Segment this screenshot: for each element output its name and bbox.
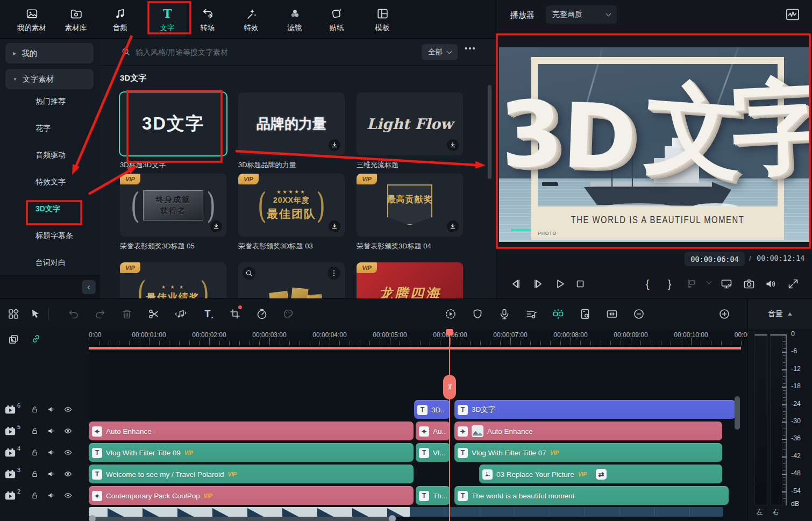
tab-filters[interactable]: 滤镜	[275, 3, 314, 37]
split-scissors-icon[interactable]	[147, 308, 160, 320]
add-text-icon[interactable]: T	[202, 308, 215, 320]
sidebar-item-4[interactable]: 特效文字	[35, 177, 66, 187]
sidebar-item-3[interactable]: 音频驱动	[35, 151, 66, 160]
template-card-award-03[interactable]: VIP ( ★★★★★ 20XX年度 最佳团队 )	[238, 174, 345, 237]
delete-icon[interactable]	[120, 308, 133, 320]
template-card-best-performance[interactable]: VIP ( ★ ★ ★ 最佳业绩奖 )	[120, 262, 226, 298]
zoom-in-icon[interactable]	[718, 308, 731, 320]
sidebar-item-6[interactable]: 标题字幕条	[35, 231, 73, 241]
voiceover-mic-icon[interactable]	[498, 308, 511, 320]
timeline-clip[interactable]: TTh...	[416, 486, 450, 505]
visibility-icon[interactable]	[63, 426, 73, 436]
sidebar-item-1[interactable]: 热门推荐	[35, 97, 66, 106]
volume-panel-header[interactable]: 音量	[747, 298, 812, 329]
tab-stickers[interactable]: 贴纸	[317, 3, 356, 37]
search-input[interactable]	[136, 44, 367, 60]
tab-audio[interactable]: 音频	[101, 3, 139, 37]
previous-frame-icon[interactable]	[509, 277, 522, 290]
snapshot-icon[interactable]	[743, 277, 756, 290]
screen-record-icon[interactable]	[579, 308, 592, 320]
mark-flag-icon[interactable]	[471, 308, 484, 320]
redo-icon[interactable]	[94, 308, 106, 320]
collapse-sidebar-button[interactable]: ‹	[82, 280, 96, 294]
tab-templates[interactable]: 模板	[363, 3, 402, 37]
sidebar-item-7[interactable]: 台词对白	[35, 258, 66, 268]
lock-icon[interactable]	[30, 491, 39, 500]
timeline-clip[interactable]: TThe world is a beautiful moment	[454, 486, 729, 505]
template-card-3d-blocks[interactable]	[238, 262, 345, 298]
timeline-clip[interactable]: ✦Auto Enhance	[89, 422, 414, 440]
visibility-icon[interactable]	[63, 405, 73, 414]
filter-dropdown[interactable]: 全部	[422, 44, 458, 60]
timeline-clip[interactable]: ✦Au..	[416, 422, 450, 440]
quality-dropdown[interactable]: 完整画质	[546, 5, 617, 24]
fit-timeline-icon[interactable]	[606, 308, 618, 320]
render-preview-icon[interactable]	[444, 308, 457, 320]
select-tool-icon[interactable]	[29, 308, 42, 320]
smart-split-icon[interactable]	[552, 308, 565, 320]
mark-out-brace[interactable]: }	[663, 277, 676, 290]
tab-my-media[interactable]: 我的素材	[12, 3, 51, 37]
lock-icon[interactable]	[30, 405, 39, 414]
timeline-h-scrollbar[interactable]	[89, 517, 396, 521]
speed-icon[interactable]	[255, 308, 268, 320]
zoom-out-icon[interactable]	[632, 308, 645, 320]
timeline-ruler[interactable]: 00:00:0000:00:01:0000:00:02:0000:00:03:0…	[89, 329, 747, 349]
timeline-clip[interactable]: TVlog With Filter Title 07VIP	[454, 443, 722, 462]
sidebar-item-5[interactable]: 3D文字	[35, 204, 60, 214]
card-menu-icon[interactable]	[327, 267, 340, 280]
video-frame[interactable]: THE WORLD IS A BEAUTIFUL MOMENT PHOTO 3D…	[499, 47, 810, 242]
template-card-3d-text[interactable]: 3D文字	[120, 92, 226, 155]
crop-icon[interactable]	[229, 308, 241, 320]
beat-detect-icon[interactable]	[174, 308, 187, 320]
template-card-brand-power[interactable]: 品牌的力量	[238, 92, 345, 155]
mark-in-brace[interactable]: {	[641, 277, 654, 290]
zoom-range-grip-right[interactable]	[389, 515, 396, 521]
mute-icon[interactable]	[47, 426, 56, 436]
timeline-clip[interactable]: ✦Contemporary Pack CoolPopVIP	[89, 486, 414, 505]
tab-effects[interactable]: 特效	[232, 3, 270, 37]
download-icon[interactable]	[447, 139, 459, 151]
lock-icon[interactable]	[30, 469, 39, 479]
layout-tracks-icon[interactable]	[7, 308, 20, 320]
timeline-clip[interactable]: 03 Replace Your PictureVIP⇄	[479, 465, 722, 483]
scopes-icon[interactable]	[785, 7, 800, 21]
preview-zoom-icon[interactable]	[243, 267, 255, 280]
lock-icon[interactable]	[30, 448, 39, 457]
download-icon[interactable]	[210, 220, 222, 232]
mute-icon[interactable]	[764, 277, 777, 290]
marker-chevron[interactable]	[702, 277, 715, 290]
stop-icon[interactable]	[574, 277, 587, 290]
lock-icon[interactable]	[30, 426, 39, 436]
library-scrollbar[interactable]	[488, 85, 492, 179]
color-palette-icon[interactable]	[282, 308, 295, 320]
sidebar-group-text-assets[interactable]: ▼ 文字素材	[5, 69, 94, 89]
tab-text[interactable]: T文字	[148, 3, 187, 37]
tab-stock-media[interactable]: 素材库	[56, 3, 95, 37]
timeline-clip[interactable]: T3D文字	[454, 400, 736, 419]
marker-icon[interactable]	[685, 277, 697, 290]
visibility-icon[interactable]	[63, 491, 73, 500]
timeline-clip[interactable]: TWelcome to see my / Travel PolaroidVIP	[89, 465, 414, 483]
mirror-display-icon[interactable]	[720, 277, 733, 290]
template-card-dragon[interactable]: VIP 龙腾四海	[357, 262, 463, 298]
mute-icon[interactable]	[47, 405, 56, 414]
timeline-clip[interactable]: TVl...	[416, 443, 450, 462]
more-options-button[interactable]: •••	[465, 44, 476, 53]
undo-icon[interactable]	[67, 308, 80, 320]
mixer-icon[interactable]	[525, 308, 538, 320]
sidebar-group-my[interactable]: ▶ 我的	[5, 43, 94, 63]
download-icon[interactable]	[447, 220, 459, 232]
template-card-award-04[interactable]: VIP 最高贡献奖	[357, 174, 463, 237]
tab-transition[interactable]: 转场	[188, 3, 227, 37]
mute-icon[interactable]	[47, 469, 56, 479]
playhead-cap[interactable]	[446, 329, 453, 336]
playhead-split-button[interactable]: ✂	[443, 375, 456, 399]
timeline-clip[interactable]: TVlog With Filter Title 09VIP	[89, 443, 414, 462]
replace-picture-icon[interactable]: ⇄	[596, 469, 607, 480]
link-clips-icon[interactable]	[30, 333, 42, 345]
video-thumbnail-strip[interactable]	[89, 507, 723, 517]
add-clip-icon[interactable]	[8, 333, 19, 345]
timeline-clip[interactable]: ✦Auto Enhance	[454, 422, 722, 440]
download-icon[interactable]	[329, 139, 340, 151]
